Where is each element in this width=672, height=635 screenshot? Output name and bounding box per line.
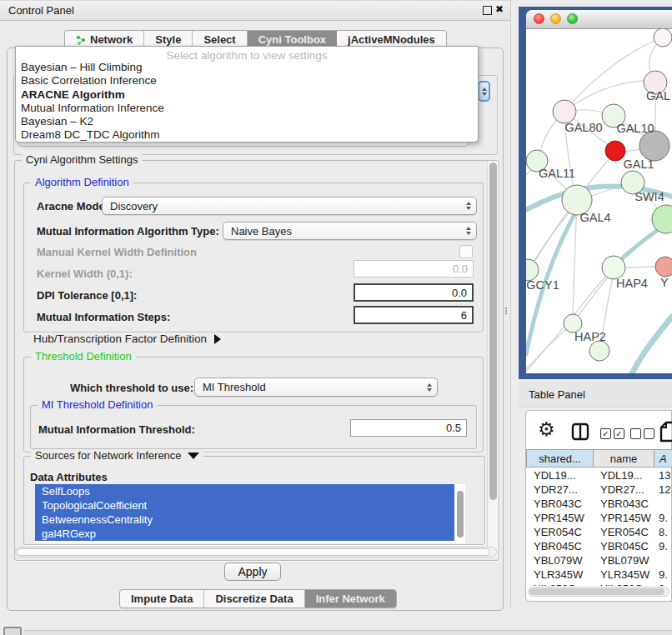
table-cell: YBR043C	[526, 498, 600, 510]
settings-scrollbar-thumb[interactable]	[489, 162, 497, 500]
list-item-selected[interactable]: BetweennessCentrality	[35, 512, 454, 527]
table-cell: YBL079W	[600, 554, 657, 567]
table-cell: 9.	[657, 568, 668, 581]
table-row[interactable]: YDL19...YDL19...13	[526, 468, 672, 482]
sources-group-title[interactable]: Sources for Network Inference	[31, 449, 203, 462]
combo-stepper-icon	[466, 202, 471, 210]
settings-hscrollbar-track[interactable]	[15, 547, 497, 558]
network-node[interactable]	[654, 28, 672, 47]
network-node[interactable]	[639, 131, 669, 161]
manual-kernel-checkbox[interactable]	[459, 245, 473, 258]
column-header-shared-name[interactable]: shared...	[526, 449, 594, 468]
table-cell: YIL053C	[600, 582, 657, 586]
settings-hscrollbar-thumb[interactable]	[17, 548, 490, 556]
algorithm-option[interactable]: Bayesian – K2	[18, 115, 475, 128]
table-cell: YDL19...	[526, 469, 600, 482]
algorithm-option[interactable]: Bayesian – Hill Climbing	[18, 61, 475, 74]
table-hscrollbar-track[interactable]	[528, 587, 669, 597]
tab-discretize-data[interactable]: Discretize Data	[204, 590, 304, 608]
table-cell: 9.	[657, 540, 668, 552]
mi-steps-field[interactable]: 6	[354, 306, 474, 324]
algorithm-option[interactable]: Basic Correlation Inference	[18, 74, 475, 88]
table-cell: 9.	[657, 512, 668, 524]
minimized-panel-icon[interactable]	[3, 627, 22, 635]
float-window-icon[interactable]	[483, 6, 492, 15]
table-cell: YPR145W	[526, 512, 600, 524]
dpi-tolerance-label: DPI Tolerance [0,1]:	[37, 289, 137, 302]
close-window-icon[interactable]: ✖	[495, 3, 504, 15]
new-table-icon[interactable]	[659, 421, 672, 446]
network-canvas[interactable]: GALGAL80GAL10GAL1GAL11SWI4GAL4HAP4YGCY1H…	[526, 28, 672, 373]
select-all-checks-icon[interactable]: ✓✓	[600, 428, 624, 439]
table-row[interactable]: YLR345WYLR345W9.	[526, 568, 672, 582]
list-scrollbar-thumb[interactable]	[457, 491, 464, 538]
table-cell: YBR045C	[526, 540, 600, 552]
hub-transcription-label: Hub/Transcription Factor Definition	[33, 332, 207, 345]
table-row[interactable]: YBL079WYBL079W	[526, 553, 672, 568]
algorithm-dropdown-popup: Select algorithm to view settings Bayesi…	[15, 46, 479, 142]
dpi-tolerance-field[interactable]: 0.0	[354, 283, 474, 302]
network-node[interactable]	[655, 257, 672, 277]
table-body: YDL19...YDL19...13YDR27...YDR27...12YBR0…	[526, 468, 672, 586]
node-label: HAP2	[574, 330, 606, 343]
data-attributes-list[interactable]: SelfLoops TopologicalCoefficient Between…	[35, 484, 465, 543]
table-header-row: shared... name A	[526, 449, 672, 468]
zoom-traffic-light[interactable]	[567, 13, 578, 24]
cyni-bottom-tabs: Impute Data Discretize Data Infer Networ…	[119, 589, 397, 608]
which-threshold-combo[interactable]: MI Threshold	[194, 378, 438, 397]
table-row[interactable]: YPR145WYPR145W9.	[526, 511, 672, 525]
mi-type-combo[interactable]: Naive Bayes	[223, 222, 477, 240]
minimize-traffic-light[interactable]	[550, 13, 561, 24]
network-window-titlebar[interactable]	[526, 10, 672, 29]
node-label: GAL1	[623, 158, 654, 171]
mi-type-value: Naive Bayes	[231, 225, 292, 238]
algorithm-option-selected[interactable]: ARACNE Algorithm	[18, 88, 475, 102]
column-header-name[interactable]: name	[593, 449, 654, 468]
list-item-selected[interactable]: TopologicalCoefficient	[35, 498, 454, 512]
table-cell: 12	[657, 483, 670, 496]
settings-scrollbar-track[interactable]	[487, 161, 498, 558]
table-row[interactable]: YIL053CYIL053C9	[526, 582, 672, 586]
panel-splitter-handle[interactable]	[505, 307, 509, 315]
network-node[interactable]	[589, 341, 609, 361]
column-browser-icon[interactable]	[571, 422, 589, 444]
algorithm-option[interactable]: Dream8 DC_TDC Algorithm	[18, 128, 475, 142]
manual-kernel-label: Manual Kernel Width Definition	[37, 246, 197, 258]
table-row[interactable]: YDR27...YDR27...12	[526, 482, 672, 497]
table-row[interactable]: YBR043CYBR043C	[526, 497, 672, 511]
table-settings-gear-icon[interactable]: ⚙	[538, 420, 555, 439]
bottom-strip	[23, 630, 672, 635]
network-node[interactable]	[553, 100, 576, 123]
algorithm-combo-stepper-focused[interactable]	[478, 81, 490, 102]
tab-network-label: Network	[90, 33, 133, 46]
control-panel-titlebar: Control Panel ✖	[0, 0, 510, 21]
table-hscrollbar-thumb[interactable]	[529, 588, 664, 595]
table-cell: YBL079W	[526, 554, 600, 567]
close-traffic-light[interactable]	[534, 13, 544, 24]
aracne-mode-combo[interactable]: Discovery	[102, 197, 477, 215]
list-item-selected[interactable]: SelfLoops	[35, 484, 454, 498]
table-row[interactable]: YBR045CYBR045C9.	[526, 539, 672, 553]
algorithm-option[interactable]: Mutual Information Inference	[18, 102, 475, 115]
apply-button[interactable]: Apply	[224, 562, 281, 581]
which-threshold-label: Which threshold to use:	[70, 382, 193, 394]
deselect-all-checks-icon[interactable]	[630, 428, 654, 439]
table-cell: YIL053C	[526, 582, 600, 586]
collapse-down-icon	[188, 452, 199, 459]
list-item-selected[interactable]: gal4RGexp	[35, 527, 454, 541]
table-cell: YBR045C	[600, 540, 657, 552]
table-cell: YER054C	[526, 526, 600, 538]
hub-transcription-section[interactable]: Hub/Transcription Factor Definition	[33, 332, 221, 345]
table-cell: YDR27...	[526, 483, 600, 496]
network-node[interactable]	[605, 141, 625, 161]
network-node[interactable]	[652, 205, 672, 233]
mi-threshold-field[interactable]: 0.5	[350, 419, 467, 437]
algorithm-definition-title: Algorithm Definition	[31, 176, 133, 188]
table-cell: 8.	[657, 526, 668, 538]
table-row[interactable]: YER054CYER054C8.	[526, 525, 672, 539]
network-node[interactable]	[602, 256, 625, 279]
tab-infer-network[interactable]: Infer Network	[305, 590, 396, 608]
tab-impute-data[interactable]: Impute Data	[120, 590, 204, 608]
column-header-partial[interactable]: A	[654, 449, 672, 468]
kernel-width-field[interactable]: 0.0	[354, 260, 474, 278]
